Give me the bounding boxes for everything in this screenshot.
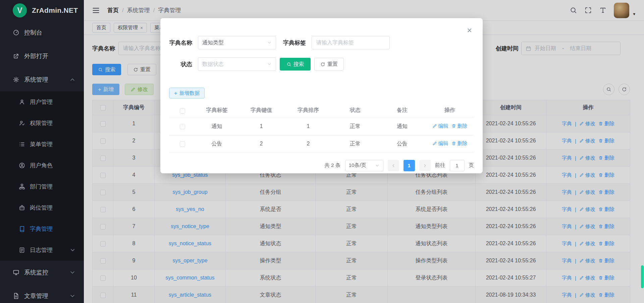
pagination-total: 共 2 条	[324, 162, 340, 169]
dict-name-label: 字典名称	[169, 39, 192, 47]
chevron-right-icon	[423, 163, 427, 168]
status-select[interactable]: 数据状态	[198, 57, 276, 71]
next-page-button[interactable]	[419, 160, 431, 171]
col-dict-label: 字典标签	[196, 103, 238, 118]
dict-value-cell: 1	[238, 118, 285, 135]
select-all-checkbox[interactable]	[180, 108, 185, 114]
dialog-table-row: 通知 1 1 正常 通知 编辑 删除	[169, 118, 474, 135]
remark-cell: 通知	[379, 118, 426, 135]
edit-link[interactable]: 编辑	[432, 123, 448, 129]
status-cell: 正常	[332, 135, 379, 153]
dict-sort-cell: 2	[285, 135, 332, 153]
dict-sort-cell: 1	[285, 118, 332, 135]
delete-link[interactable]: 删除	[451, 140, 468, 147]
chevron-down-icon	[375, 163, 380, 168]
add-dict-data-button[interactable]: + 新增数据	[169, 88, 205, 98]
dict-value-cell: 2	[238, 135, 285, 153]
page-goto-input[interactable]	[450, 160, 465, 171]
dialog-reset-button[interactable]: 重置	[314, 58, 344, 71]
goto-label: 前往	[435, 162, 445, 169]
row-actions: 编辑 删除	[432, 140, 468, 147]
delete-link[interactable]: 删除	[451, 123, 468, 129]
chevron-left-icon	[391, 163, 396, 168]
dict-label-cell: 通知	[196, 118, 238, 135]
page-unit-label: 页	[469, 162, 474, 169]
remark-cell: 公告	[379, 135, 426, 153]
close-icon[interactable]: ×	[467, 26, 472, 35]
dict-name-select[interactable]: 通知类型	[198, 36, 276, 49]
row-actions: 编辑 删除	[432, 123, 468, 129]
status-cell: 正常	[332, 118, 379, 135]
dialog-filter-form: 字典名称 通知类型 字典标签 状态 数据状态 搜索 重置	[169, 18, 474, 71]
dict-tag-input[interactable]	[312, 36, 390, 49]
status-label: 状态	[169, 60, 192, 68]
col-status: 状态	[332, 103, 379, 118]
chevron-down-icon	[267, 40, 272, 45]
chevron-down-icon	[267, 62, 272, 67]
col-remark: 备注	[379, 103, 426, 118]
dict-tag-label: 字典标签	[282, 39, 306, 47]
col-dict-value: 字典键值	[238, 103, 285, 118]
trash-icon	[451, 141, 456, 146]
col-actions: 操作	[426, 103, 474, 118]
pagination: 共 2 条 10条/页 1 前往 页	[169, 160, 474, 171]
row-checkbox[interactable]	[180, 124, 185, 129]
pencil-icon	[432, 124, 437, 128]
trash-icon	[451, 124, 456, 128]
dialog-table-header-row: 字典标签 字典键值 字典排序 状态 备注 操作	[169, 103, 474, 118]
prev-page-button[interactable]	[388, 160, 399, 171]
scrollbar-thumb[interactable]	[641, 265, 644, 288]
pencil-icon	[432, 141, 437, 146]
refresh-icon	[320, 62, 325, 67]
dialog-table-row: 公告 2 2 正常 公告 编辑 删除	[169, 135, 474, 153]
row-checkbox[interactable]	[180, 141, 185, 147]
col-dict-sort: 字典排序	[285, 103, 332, 118]
plus-icon: +	[174, 90, 177, 96]
dict-label-cell: 公告	[196, 135, 238, 153]
dialog-search-button[interactable]: 搜索	[280, 58, 311, 71]
edit-link[interactable]: 编辑	[432, 140, 448, 147]
search-icon	[286, 62, 291, 67]
dict-data-table: 字典标签 字典键值 字典排序 状态 备注 操作 通知 1 1 正常 通知	[169, 103, 474, 153]
page-number-button[interactable]: 1	[404, 160, 415, 171]
dict-data-dialog: × 字典名称 通知类型 字典标签 状态 数据状态 搜索 重置	[160, 18, 483, 173]
page-size-select[interactable]: 10条/页	[345, 160, 383, 171]
